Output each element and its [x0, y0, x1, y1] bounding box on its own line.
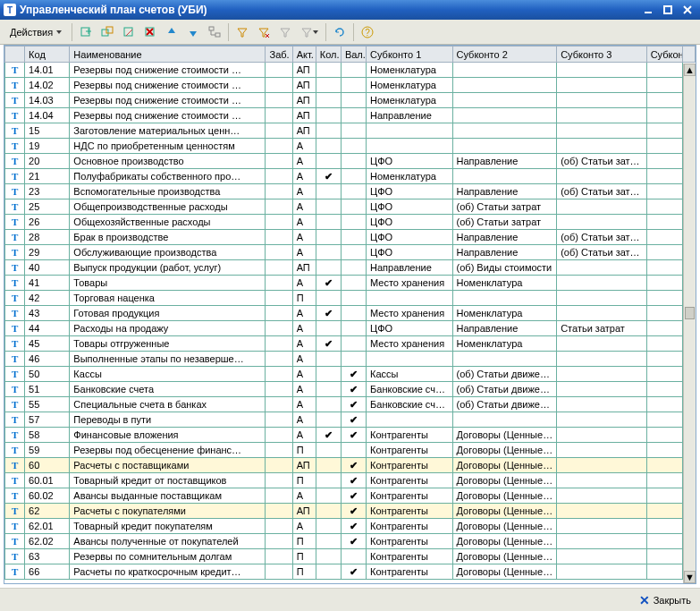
table-row[interactable]: T43Готовая продукцияА✔Место храненияНоме… [5, 306, 696, 321]
scroll-thumb[interactable] [685, 307, 695, 319]
vertical-scrollbar[interactable]: ▲ ▼ [683, 64, 696, 583]
cell-val: ✔ [341, 458, 366, 473]
cell-val [341, 321, 366, 336]
minimize-button[interactable] [639, 3, 657, 17]
col-sub4[interactable]: Субкон... [646, 47, 682, 63]
table-row[interactable]: T58Финансовые вложенияА✔✔КонтрагентыДого… [5, 428, 696, 443]
col-name[interactable]: Наименование [70, 47, 266, 63]
table-row[interactable]: T41ТоварыА✔Место храненияНоменклатура [5, 276, 696, 291]
svg-rect-15 [215, 33, 220, 37]
help-button[interactable]: ? [358, 22, 377, 42]
col-val[interactable]: Вал. [341, 47, 366, 63]
maximize-button[interactable] [659, 3, 677, 17]
actions-menu[interactable]: Действия [4, 22, 68, 42]
cell-sub1: Номенклатура [367, 169, 453, 184]
table-row[interactable]: T66Расчеты по краткосрочным кредит…П✔Кон… [5, 564, 696, 580]
cell-zab [266, 63, 292, 78]
edit-button[interactable] [119, 22, 139, 42]
table-row[interactable]: T14.01Резервы под снижение стоимости …АП… [5, 63, 696, 78]
cell-zab [266, 564, 292, 580]
cell-akt: А [292, 199, 316, 215]
cell-akt: АП [292, 63, 316, 78]
table-row[interactable]: T23Вспомогательные производстваАЦФОНапра… [5, 184, 696, 199]
filter-more-button[interactable] [297, 22, 322, 42]
row-mark-icon: T [5, 199, 25, 215]
cell-sub1: Номенклатура [367, 78, 453, 93]
table-row[interactable]: T55Специальные счета в банкахА✔Банковски… [5, 397, 696, 412]
cell-zab [266, 260, 292, 276]
table-row[interactable]: T14.02Резервы под снижение стоимости …АП… [5, 78, 696, 93]
filter-off-button[interactable] [275, 22, 295, 42]
toolbar-separator [325, 23, 326, 41]
filter-button[interactable] [232, 22, 252, 42]
cell-akt: АП [292, 93, 316, 108]
table-row[interactable]: T46Выполненные этапы по незаверше…А [5, 352, 696, 367]
filter-clear-button[interactable] [254, 22, 274, 42]
table-row[interactable]: T21Полуфабрикаты собственного про…А✔Номе… [5, 169, 696, 184]
cell-kol [316, 519, 341, 534]
close-button[interactable] [679, 3, 696, 17]
add-sub-button[interactable] [97, 22, 117, 42]
col-akt[interactable]: Акт. [292, 47, 316, 63]
cell-akt: А [292, 184, 316, 199]
table-row[interactable]: T62.01Товарный кредит покупателямА✔Контр… [5, 519, 696, 534]
table-row[interactable]: T28Брак в производствеАЦФОНаправление(об… [5, 230, 696, 245]
cell-kol: ✔ [316, 276, 341, 291]
cell-akt: А [292, 154, 316, 169]
table-row[interactable]: T20Основное производствоАЦФОНаправление(… [5, 154, 696, 169]
col-mark[interactable] [5, 47, 25, 63]
cell-name: Расходы на продажу [70, 321, 266, 336]
cell-akt: А [292, 488, 316, 504]
table-row[interactable]: T15Заготовление материальных ценн…АП [5, 123, 696, 139]
move-up-button[interactable] [162, 22, 181, 42]
table-row[interactable]: T63Резервы по сомнительным долгамПКонтра… [5, 549, 696, 564]
scroll-track[interactable] [684, 76, 696, 571]
move-down-button[interactable] [183, 22, 203, 42]
cell-kol [316, 504, 341, 519]
table-row[interactable]: T60.01Товарный кредит от поставщиковП✔Ко… [5, 473, 696, 488]
add-button[interactable] [76, 22, 96, 42]
table-row[interactable]: T29Обслуживающие производстваАЦФОНаправл… [5, 245, 696, 260]
cell-zab [266, 199, 292, 215]
table-row[interactable]: T26Общехозяйственные расходыАЦФО(об) Ста… [5, 215, 696, 230]
table-row[interactable]: T45Товары отгруженныеА✔Место храненияНом… [5, 336, 696, 352]
table-row[interactable]: T19НДС по приобретенным ценностямА [5, 139, 696, 154]
col-sub3[interactable]: Субконто 3 [557, 47, 647, 63]
cell-code: 41 [25, 276, 70, 291]
table-row[interactable]: T57Переводы в путиА✔ [5, 412, 696, 428]
col-sub1[interactable]: Субконто 1 [367, 47, 453, 63]
col-kol[interactable]: Кол. [316, 47, 341, 63]
table-row[interactable]: T62.02Авансы полученные от покупателейП✔… [5, 534, 696, 549]
accounts-table[interactable]: Код Наименование Заб. Акт. Кол. Вал. Суб… [4, 46, 696, 580]
table-row[interactable]: T62Расчеты с покупателямиАП✔КонтрагентыД… [5, 504, 696, 519]
table-row[interactable]: T14.03Резервы под снижение стоимости …АП… [5, 93, 696, 108]
col-sub2[interactable]: Субконто 2 [452, 47, 557, 63]
col-zab[interactable]: Заб. [266, 47, 292, 63]
cell-akt: А [292, 321, 316, 336]
table-row[interactable]: T50КассыА✔Кассы(об) Статьи движен… [5, 367, 696, 382]
table-row[interactable]: T51Банковские счетаА✔Банковские сч…(об) … [5, 382, 696, 397]
row-mark-icon: T [5, 336, 25, 352]
cell-val: ✔ [341, 367, 366, 382]
cell-akt: П [292, 473, 316, 488]
hierarchy-button[interactable] [205, 22, 224, 42]
cell-akt: АП [292, 123, 316, 139]
table-row[interactable]: T42Торговая наценкаП [5, 291, 696, 306]
col-code[interactable]: Код [25, 47, 70, 63]
close-window-button[interactable]: ✕ Закрыть [639, 593, 691, 607]
table-row[interactable]: T25Общепроизводственные расходыАЦФО(об) … [5, 199, 696, 215]
cell-kol [316, 534, 341, 549]
delete-button[interactable] [140, 22, 160, 42]
table-row[interactable]: T60Расчеты с поставщикамиАП✔КонтрагентыД… [5, 458, 696, 473]
cell-kol [316, 199, 341, 215]
cell-name: Товары [70, 276, 266, 291]
scroll-down-button[interactable]: ▼ [684, 571, 696, 583]
table-row[interactable]: T44Расходы на продажуАЦФОНаправлениеСтат… [5, 321, 696, 336]
cell-sub1: Контрагенты [367, 549, 453, 564]
refresh-button[interactable] [330, 22, 350, 42]
table-row[interactable]: T14.04Резервы под снижение стоимости …АП… [5, 108, 696, 123]
table-row[interactable]: T59Резервы под обесценение финанс…ПКонтр… [5, 443, 696, 458]
table-row[interactable]: T60.02Авансы выданные поставщикамА✔Контр… [5, 488, 696, 504]
scroll-up-button[interactable]: ▲ [684, 64, 696, 76]
table-row[interactable]: T40Выпуск продукции (работ, услуг)АПНапр… [5, 260, 696, 276]
